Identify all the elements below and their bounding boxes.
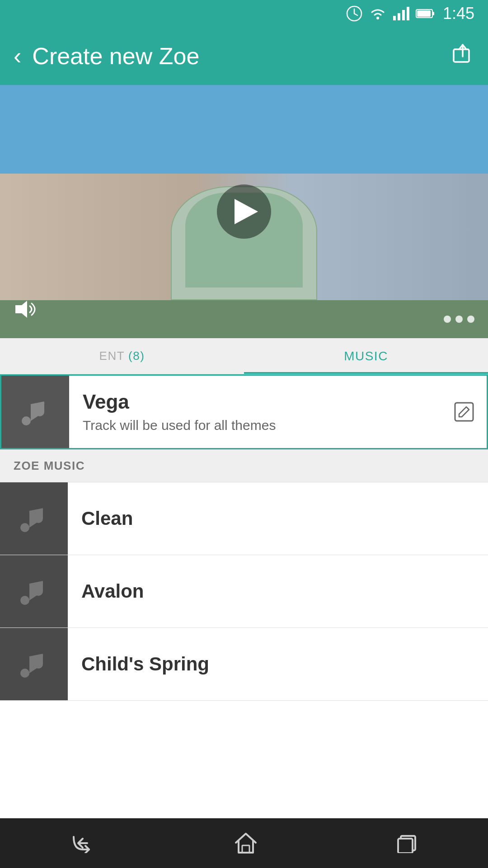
svg-rect-14 [455,403,473,421]
svg-rect-5 [398,13,400,20]
dot-1 [444,316,451,323]
svg-line-2 [354,14,357,15]
wifi-icon [369,7,387,20]
selected-track-item[interactable]: Vega Track will be used for all themes [0,374,488,449]
video-preview [0,85,488,338]
music-item-avalon[interactable]: Avalon [0,555,488,628]
svg-rect-7 [407,7,409,20]
track-edit-button[interactable] [450,401,487,423]
ground [0,300,488,338]
status-icons [346,5,435,22]
svg-rect-10 [417,10,431,17]
svg-rect-9 [432,12,434,15]
svg-rect-6 [402,10,405,20]
status-bar: 1:45 [0,0,488,27]
tab-music[interactable]: MUSIC [244,338,488,374]
nav-home-button[interactable] [216,825,276,862]
music-list: Vega Track will be used for all themes Z… [0,374,488,818]
tab-content-label-partial: ENT [99,349,125,363]
avalon-icon-box [0,555,68,627]
navigation-bar [0,818,488,868]
selected-track-icon-box [1,376,69,448]
zoe-music-section-header: ZOE MUSIC [0,449,488,482]
app-bar: ‹ Create new Zoe [0,27,488,85]
childs-spring-music-note [18,648,50,680]
music-item-avalon-name: Avalon [68,567,157,616]
music-item-childs-spring[interactable]: Child's Spring [0,628,488,701]
music-item-clean-name: Clean [68,494,146,543]
dot-3 [467,316,474,323]
svg-rect-4 [393,16,396,20]
avalon-music-note [18,576,50,607]
nav-recents-button[interactable] [377,826,437,860]
music-note-icon [19,396,51,428]
sky [0,85,488,174]
childs-spring-icon-box [0,628,68,700]
zoe-music-label: ZOE MUSIC [14,459,85,472]
clean-icon-box [0,482,68,555]
dot-2 [455,316,463,323]
nav-back-button[interactable] [51,826,114,860]
status-time: 1:45 [443,4,474,23]
selected-track-subtitle: Track will be used for all themes [83,418,437,433]
music-item-childs-spring-name: Child's Spring [68,640,223,689]
svg-rect-11 [454,49,469,62]
tab-content[interactable]: ENT (8) [0,338,244,374]
clock-icon [346,5,362,22]
battery-icon [416,8,435,19]
tabs-bar: ENT (8) MUSIC [0,338,488,374]
play-button[interactable] [217,184,271,239]
share-button[interactable] [451,42,474,70]
back-button[interactable]: ‹ [14,44,21,68]
tab-music-label: MUSIC [344,349,388,363]
page-title: Create new Zoe [32,42,451,70]
signal-icon [393,7,409,20]
clean-music-note [18,503,50,534]
dots-indicator [444,316,474,323]
svg-point-3 [376,17,379,19]
svg-rect-17 [398,839,413,853]
svg-marker-13 [15,301,27,318]
music-item-clean[interactable]: Clean [0,482,488,555]
volume-icon[interactable] [14,298,42,325]
play-icon [235,199,258,224]
selected-track-info: Vega Track will be used for all themes [69,382,450,442]
svg-rect-15 [242,845,249,853]
tab-content-badge: (8) [128,349,145,363]
selected-track-name: Vega [83,391,437,413]
